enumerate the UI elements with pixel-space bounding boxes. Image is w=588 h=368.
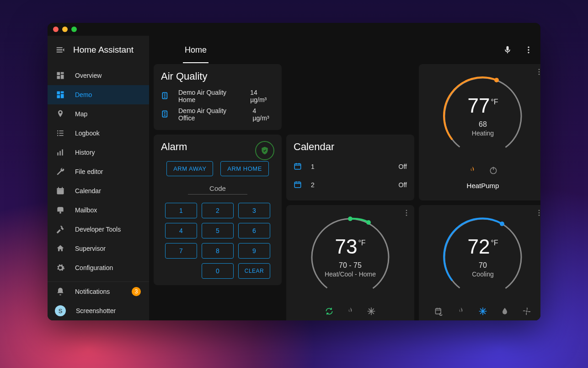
window-minimize-button[interactable] (62, 27, 68, 32)
current-temp: 72 (467, 237, 490, 257)
sidebar-item-label: Calendar (75, 187, 101, 195)
sidebar-item-mailbox[interactable]: Mailbox (48, 200, 149, 220)
keypad-5[interactable]: 5 (202, 223, 234, 238)
alarm-status-icon[interactable] (255, 141, 274, 160)
entity-row[interactable]: 2 Off (294, 176, 407, 194)
svg-point-47 (539, 215, 540, 216)
entity-value: 14 µg/m³ (250, 89, 274, 103)
power-button[interactable] (489, 166, 498, 177)
notification-count-badge: 3 (132, 287, 141, 296)
temp-unit: °F (358, 239, 365, 247)
sidebar-item-user[interactable]: S Screenshotter (48, 301, 149, 320)
keypad-8[interactable]: 8 (202, 243, 234, 259)
svg-point-51 (526, 310, 527, 312)
sidebar-item-calendar[interactable]: Calendar (48, 181, 149, 200)
svg-point-45 (539, 210, 540, 211)
entity-row[interactable]: Demo Air Quality Office 4 µg/m³ (161, 105, 274, 124)
sidebar-item-overview[interactable]: Overview (48, 66, 149, 85)
auto-mode-button[interactable] (325, 307, 334, 318)
svg-rect-14 (57, 152, 59, 156)
keypad-6[interactable]: 6 (238, 223, 270, 238)
sidebar-item-devtools[interactable]: Developer Tools (48, 220, 149, 239)
sidebar-item-logbook[interactable]: Logbook (48, 124, 149, 143)
arm-away-button[interactable]: ARM AWAY (166, 161, 213, 176)
snowflake-icon (367, 307, 376, 316)
svg-rect-20 (58, 187, 59, 189)
tab-home[interactable]: Home (183, 37, 208, 63)
titlebar (48, 23, 540, 36)
keypad-0[interactable]: 0 (202, 263, 234, 279)
keypad-1[interactable]: 1 (165, 203, 197, 218)
chart-icon (56, 148, 65, 157)
list-icon (56, 129, 65, 138)
microphone-icon (503, 45, 512, 54)
sidebar-item-supervisor[interactable]: Supervisor (48, 239, 149, 258)
entity-row[interactable]: Demo Air Quality Home 14 µg/m³ (161, 87, 274, 105)
heat-mode-button[interactable] (468, 166, 477, 177)
arm-home-button[interactable]: ARM HOME (220, 161, 269, 176)
keypad-9[interactable]: 9 (238, 243, 270, 259)
card-menu-button[interactable] (535, 209, 540, 219)
fan-mode-button[interactable] (522, 307, 531, 318)
sidebar: Home Assistant Overview Demo Map Logbo (48, 36, 149, 320)
entity-name: 2 (311, 181, 315, 189)
svg-rect-3 (61, 75, 64, 79)
sidebar-item-configuration[interactable]: Configuration (48, 258, 149, 277)
thermostat-mode: Cooling (472, 271, 493, 278)
shield-check-icon (260, 146, 269, 155)
window-close-button[interactable] (53, 27, 59, 32)
svg-rect-11 (59, 133, 64, 134)
sidebar-item-history[interactable]: History (48, 143, 149, 162)
code-input-label[interactable]: Code (188, 184, 247, 195)
window-maximize-button[interactable] (71, 27, 77, 32)
voice-button[interactable] (501, 43, 514, 56)
card-menu-button[interactable] (535, 68, 540, 78)
svg-rect-22 (59, 211, 61, 213)
thermostat-dial[interactable]: 72°F 70 Cooling (437, 211, 529, 303)
thermostat-ecobee-card: 73°F 70 - 75 Heat/Cool - Home Ecobee (286, 205, 414, 320)
flame-icon (456, 307, 465, 316)
water-drop-icon (500, 307, 509, 316)
cool-mode-button[interactable] (478, 307, 487, 318)
app-title: Home Assistant (73, 45, 134, 55)
entity-row[interactable]: 1 Off (294, 157, 407, 176)
thermostat-dial[interactable]: 77°F 68 Heating (437, 70, 529, 162)
sidebar-item-map[interactable]: Map (48, 104, 149, 124)
mailbox-icon (56, 206, 65, 215)
svg-rect-4 (57, 92, 60, 95)
svg-rect-5 (61, 92, 64, 93)
card-title: Air Quality (161, 70, 274, 82)
cool-mode-button[interactable] (367, 307, 376, 318)
heat-mode-button[interactable] (456, 307, 465, 318)
keypad: 1 2 3 4 5 6 7 8 9 0 CLEAR (161, 203, 274, 279)
sidebar-item-label: Notifications (75, 288, 110, 295)
keypad-3[interactable]: 3 (238, 203, 270, 218)
user-avatar: S (55, 305, 66, 316)
svg-point-24 (528, 49, 529, 50)
keypad-clear[interactable]: CLEAR (238, 263, 270, 279)
sidebar-item-file-editor[interactable]: File editor (48, 162, 149, 181)
flame-icon (468, 166, 477, 175)
keypad-7[interactable]: 7 (165, 243, 197, 259)
calendar-icon (294, 162, 303, 172)
menu-toggle-button[interactable] (54, 43, 67, 56)
schedule-button[interactable] (434, 307, 444, 318)
sidebar-item-demo[interactable]: Demo (48, 85, 149, 104)
heat-mode-button[interactable] (346, 307, 355, 318)
svg-point-40 (539, 71, 540, 73)
svg-rect-16 (62, 149, 63, 155)
svg-rect-13 (59, 135, 64, 136)
svg-rect-15 (59, 151, 61, 156)
sidebar-item-label: Supervisor (75, 245, 106, 252)
svg-point-41 (539, 74, 540, 75)
keypad-2[interactable]: 2 (202, 203, 234, 218)
keypad-4[interactable]: 4 (165, 223, 197, 238)
dry-mode-button[interactable] (500, 307, 509, 318)
flame-icon (346, 307, 355, 316)
overflow-menu-button[interactable] (522, 43, 535, 56)
sidebar-item-notifications[interactable]: Notifications 3 (48, 282, 149, 301)
air-quality-card: Air Quality Demo Air Quality Home 14 µg/… (154, 64, 282, 130)
thermostat-dial[interactable]: 73°F 70 - 75 Heat/Cool - Home (305, 211, 396, 303)
card-menu-button[interactable] (402, 209, 411, 219)
dots-vertical-icon (535, 209, 540, 217)
